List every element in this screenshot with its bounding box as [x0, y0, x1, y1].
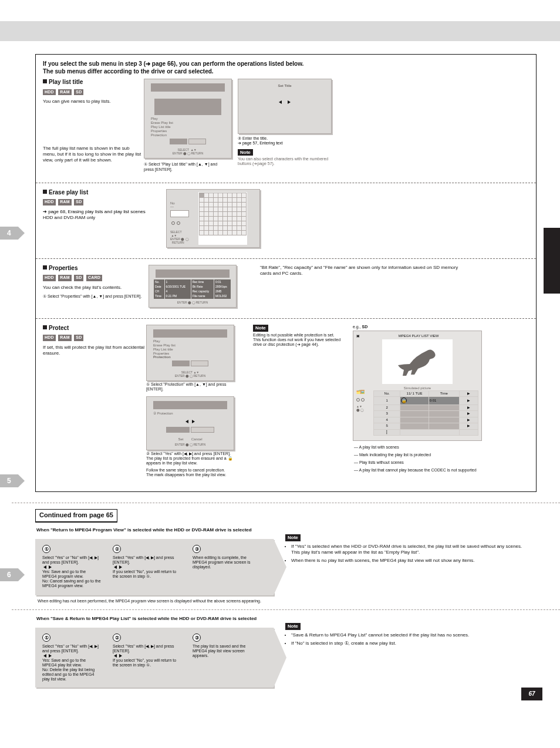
badge-ram: RAM: [58, 89, 72, 96]
dinosaur-icon: [394, 345, 441, 378]
badge-sd2: SD: [74, 199, 83, 205]
plt-explain: The full play list name is shown in the …: [43, 146, 144, 163]
seg1-head: When "Return to MPEG4 Program View" is s…: [36, 527, 537, 533]
screen-title-entry: Set Title: [238, 79, 332, 134]
submenu-intro: If you select the sub menu in step 3 (➔ …: [43, 60, 530, 75]
seg1-chev-3: ③ When editing is complete, the MPEG4 pr…: [185, 539, 274, 595]
seg2-note-1: "Save & Return to MPEG4 Play List" canno…: [291, 632, 531, 638]
play-list-title-heading: Play list title: [43, 79, 144, 86]
lock-icon: 🔒: [228, 456, 233, 460]
screen-properties: No.1Rec time0:01 Date6/20/2001 TUEBit Ra…: [149, 265, 237, 308]
protect-note-label: Note: [253, 325, 268, 332]
badge-sd: SD: [74, 89, 83, 96]
screen-submenu-list: Play Erase Play list Play List title Pro…: [144, 79, 232, 159]
seg1-note-2: When there is no play list with scenes, …: [291, 558, 531, 564]
badge-ram2: RAM: [58, 199, 72, 205]
callout-2: — Mark indicating the play list is prote…: [354, 453, 431, 457]
erase-heading: Erase play list: [43, 189, 166, 197]
protect-heading: Protect: [43, 325, 146, 332]
play-list-preview: ▣ MPEG4 PLAY LIST VIEW Simulated picture: [353, 331, 482, 441]
step-6-arrow: 6: [0, 568, 25, 581]
protect-set-btn[interactable]: [166, 427, 190, 433]
properties-note: "Bit Rate", "Rec capacity" and "File nam…: [260, 265, 458, 276]
screen-protect-1: Play Erase Play list Play List title Pro…: [146, 325, 234, 381]
lock-icon-small: 🔒: [401, 397, 407, 403]
protect-lead: If set, this will protect the play list …: [43, 345, 146, 356]
seg2-chev-1: ① Select "Yes" or "No" with [◀, ▶] and p…: [35, 628, 114, 688]
side-tabs: [544, 94, 560, 496]
submenu-block: If you select the sub menu in step 3 (➔ …: [35, 54, 537, 492]
erase-body[interactable]: ➔ page 68, Erasing play lists and play l…: [43, 209, 166, 215]
callout-1: — A play list with scenes: [354, 445, 399, 449]
seg2-note-label: Note: [285, 623, 301, 630]
seg2-chev-3: ③ The play list is saved and the MPEG4 p…: [185, 628, 274, 688]
callout-3: — Play lists without scenes: [354, 460, 404, 464]
screen-protect-2: ② Protection Set Cancel ENTER ⬤ ◯RETURN: [146, 396, 234, 450]
link-entering-text[interactable]: ➔ page 57, Entering text: [238, 141, 282, 145]
seg1-chev-1: ① Select "Yes" or "No" with [◀, ▶] and p…: [35, 539, 114, 595]
plt-lead: You can give names to play lists.: [43, 99, 144, 105]
erase-extra: HDD and DVD-RAM only: [43, 215, 166, 221]
seg2-head: When "Save & Return to MPEG4 Play List" …: [36, 616, 537, 622]
seg1-foot: When editing has not been performed, the…: [38, 599, 537, 604]
properties-lead: You can check the play list's contents.: [43, 285, 149, 291]
badge-hdd: HDD: [43, 89, 56, 96]
callout-4: — A play list that cannot play because t…: [354, 468, 477, 472]
note-char: You can also select characters with the …: [238, 157, 328, 166]
step-5-arrow: 5: [0, 474, 25, 487]
seg2-note-2: If "No" is selected in step ①, create a …: [291, 641, 531, 646]
screen-keyboard: No— SELECT ▲▼ENTER ⬤ ◯ RETURN: [166, 189, 260, 248]
properties-heading: Properties: [43, 265, 149, 272]
protect-note-1: Editing is not possible while protection…: [253, 333, 349, 338]
note-label: Note: [238, 149, 253, 156]
badge-hdd2: HDD: [43, 199, 56, 205]
seg2-chev-2: ② Select "Yes" with [◀, ▶] and press [EN…: [106, 628, 194, 688]
protect-note-2: This function does not work if you have …: [253, 338, 349, 347]
seg1-note-label: Note: [285, 534, 301, 541]
seg1-note-1: If "Yes" is selected when the HDD or DVD…: [291, 544, 531, 555]
continued-heading: Continued from page 65: [35, 509, 117, 523]
page-number: 67: [521, 688, 542, 700]
seg1-chev-2: ② Select "Yes" with [◀, ▶] and press [EN…: [106, 539, 194, 595]
step-4-arrow: 4: [0, 227, 25, 240]
protect-cancel-btn[interactable]: [191, 427, 214, 433]
